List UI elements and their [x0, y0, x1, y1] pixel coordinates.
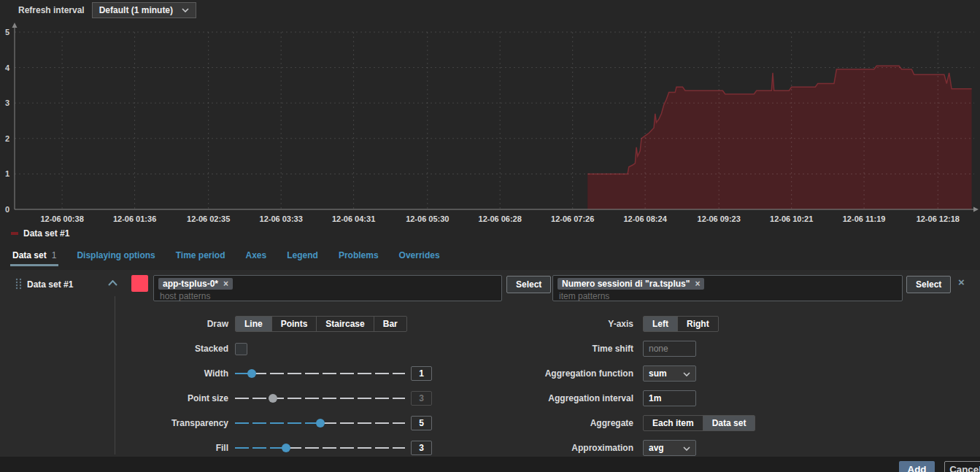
data-set-color-swatch[interactable]	[131, 275, 148, 292]
svg-text:12-06 02:35: 12-06 02:35	[187, 214, 230, 223]
tab-time-period[interactable]: Time period	[174, 245, 228, 266]
chevron-up-icon[interactable]	[108, 280, 117, 286]
width-value-input[interactable]	[411, 366, 432, 381]
width-slider[interactable]	[235, 368, 405, 379]
transparency-value-input[interactable]	[411, 416, 432, 430]
refresh-interval-value: Default (1 minute)	[99, 5, 173, 15]
point-size-label: Point size	[0, 393, 228, 403]
time-series-chart: 01234512-06 00:3812-06 01:3612-06 02:351…	[0, 20, 980, 228]
host-patterns-placeholder: host patterns	[158, 291, 497, 301]
data-set-form: Data set #1 app-tsplus-0* × host pattern…	[0, 270, 980, 457]
tab-data-set-count: 1	[52, 250, 57, 260]
stacked-checkbox[interactable]	[235, 343, 247, 355]
approximation-select[interactable]: avg	[643, 440, 696, 456]
svg-text:5: 5	[5, 28, 9, 36]
tab-data-set[interactable]: Data set1	[10, 245, 58, 266]
chevron-down-icon	[182, 8, 189, 12]
point-size-row: Point size	[0, 390, 467, 406]
svg-text:12-06 03:33: 12-06 03:33	[260, 214, 303, 223]
svg-text:12-06 11:19: 12-06 11:19	[843, 214, 886, 223]
aggregation-function-select[interactable]: sum	[643, 365, 696, 382]
refresh-interval-label: Refresh interval	[18, 5, 85, 15]
draw-option-line[interactable]: Line	[236, 317, 272, 331]
time-shift-label: Time shift	[438, 344, 633, 354]
aggregate-option-each-item[interactable]: Each item	[644, 416, 703, 430]
y-axis-options: Left Right	[643, 316, 719, 332]
chart-legend: Data set #1	[11, 228, 69, 239]
aggregation-interval-input[interactable]	[643, 390, 696, 406]
fill-row: Fill	[0, 440, 467, 456]
time-shift-row: Time shift	[438, 341, 978, 357]
draw-options: Line Points Staircase Bar	[235, 316, 407, 332]
aggregation-interval-label: Aggregation interval	[438, 393, 633, 403]
svg-text:12-06 12:18: 12-06 12:18	[917, 214, 960, 223]
approximation-label: Approximation	[438, 443, 633, 453]
y-axis-label: Y-axis	[438, 319, 633, 329]
slider-thumb[interactable]	[282, 444, 290, 452]
fill-slider[interactable]	[235, 443, 405, 453]
point-size-value-input	[411, 391, 432, 406]
y-axis-option-right[interactable]: Right	[678, 317, 718, 331]
aggregate-option-data-set[interactable]: Data set	[703, 416, 755, 430]
item-pattern-chip: Numero sessioni di "ra.tsplus" ×	[557, 278, 704, 290]
transparency-row: Transparency	[0, 415, 467, 431]
chevron-down-icon	[683, 443, 690, 453]
aggregate-options: Each item Data set	[643, 415, 755, 431]
data-set-title: Data set #1	[27, 279, 73, 290]
svg-text:12-06 09:23: 12-06 09:23	[698, 214, 741, 223]
transparency-slider[interactable]	[235, 418, 405, 428]
add-button[interactable]: Add	[899, 461, 935, 472]
draw-label: Draw	[0, 319, 228, 329]
stacked-row: Stacked	[0, 341, 467, 357]
refresh-interval-select[interactable]: Default (1 minute)	[92, 2, 196, 18]
draw-row: Draw Line Points Staircase Bar	[0, 316, 467, 332]
item-patterns-field[interactable]: Numero sessioni di "ra.tsplus" × item pa…	[552, 275, 903, 301]
time-shift-input[interactable]	[643, 341, 696, 357]
slider-thumb	[269, 394, 277, 403]
y-axis-option-left[interactable]: Left	[644, 317, 678, 331]
tab-displaying-options[interactable]: Displaying options	[74, 245, 157, 266]
svg-text:3: 3	[5, 98, 9, 107]
svg-text:12-06 08:24: 12-06 08:24	[623, 214, 667, 223]
svg-text:0: 0	[5, 205, 9, 214]
host-pattern-chip: app-tsplus-0* ×	[158, 278, 233, 290]
aggregation-function-label: Aggregation function	[438, 368, 633, 379]
draw-option-points[interactable]: Points	[272, 317, 317, 331]
dialog-footer: Add Cancel	[0, 457, 980, 472]
cancel-button[interactable]: Cancel	[944, 461, 980, 472]
stacked-label: Stacked	[0, 344, 228, 354]
legend-marker-icon	[11, 232, 18, 235]
width-row: Width	[0, 365, 467, 382]
svg-text:12-06 05:30: 12-06 05:30	[406, 214, 449, 223]
tab-overrides[interactable]: Overrides	[397, 245, 442, 266]
chip-remove-icon[interactable]: ×	[695, 279, 700, 289]
svg-text:12-06 00:38: 12-06 00:38	[40, 214, 83, 223]
chevron-down-icon	[683, 368, 690, 379]
svg-text:12-06 07:26: 12-06 07:26	[551, 214, 594, 223]
legend-label: Data set #1	[23, 228, 69, 239]
tab-problems[interactable]: Problems	[336, 245, 381, 266]
drag-handle[interactable]	[15, 278, 22, 290]
svg-text:4: 4	[5, 63, 10, 72]
tab-axes[interactable]: Axes	[244, 245, 269, 266]
approximation-row: Approximation avg	[438, 440, 978, 456]
host-select-button[interactable]: Select	[506, 276, 551, 293]
svg-text:2: 2	[5, 134, 9, 143]
item-patterns-placeholder: item patterns	[557, 291, 898, 301]
remove-data-set-icon[interactable]: ×	[958, 276, 965, 287]
aggregation-interval-row: Aggregation interval	[438, 390, 978, 406]
tab-legend[interactable]: Legend	[285, 245, 320, 266]
slider-thumb[interactable]	[316, 419, 325, 427]
aggregate-row: Aggregate Each item Data set	[438, 415, 978, 431]
aggregation-function-row: Aggregation function sum	[438, 365, 978, 382]
item-select-button[interactable]: Select	[906, 276, 951, 293]
fill-label: Fill	[0, 443, 228, 453]
width-label: Width	[0, 368, 228, 379]
draw-option-staircase[interactable]: Staircase	[317, 317, 374, 331]
svg-text:12-06 06:28: 12-06 06:28	[479, 214, 522, 223]
slider-thumb[interactable]	[247, 369, 256, 378]
fill-value-input[interactable]	[411, 441, 432, 455]
chip-remove-icon[interactable]: ×	[223, 279, 228, 289]
host-patterns-field[interactable]: app-tsplus-0* × host patterns	[153, 275, 502, 301]
draw-option-bar[interactable]: Bar	[374, 317, 406, 331]
